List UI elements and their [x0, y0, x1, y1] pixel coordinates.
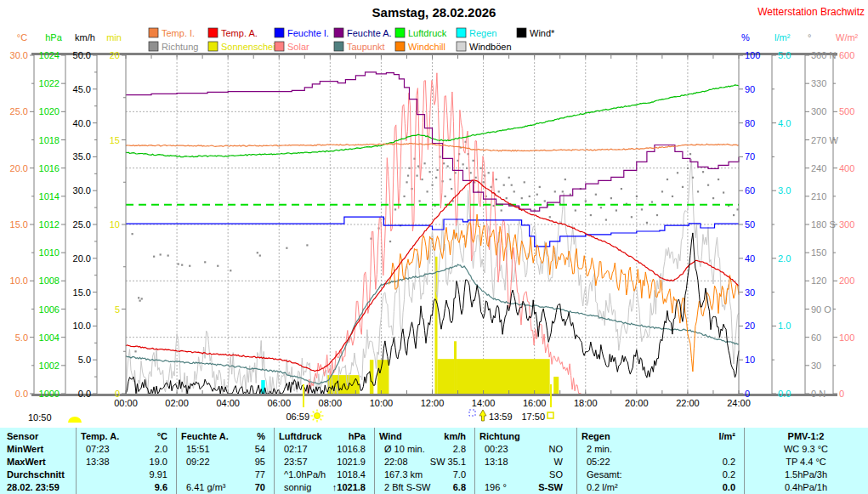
cell-value: 1021.9: [274, 456, 366, 468]
svg-text:180 S: 180 S: [811, 219, 836, 230]
cell-value: 1018.4: [274, 468, 366, 480]
axis-: %0102030405060708090100: [739, 32, 760, 399]
col-title-pmv: PMV-1:2: [744, 430, 868, 442]
svg-text:600: 600: [839, 50, 854, 60]
pmv-value: 0.4hPa/1h: [744, 481, 868, 493]
svg-text:1012: 1012: [39, 219, 60, 230]
svg-text:70: 70: [745, 151, 755, 162]
svg-text:40: 40: [745, 253, 755, 264]
svg-text:300: 300: [839, 219, 854, 230]
cell-value: 19.0: [76, 456, 167, 468]
svg-text:35.0: 35.0: [73, 151, 91, 162]
svg-text:04:00: 04:00: [216, 398, 240, 408]
legend-item-richtung: Richtung: [149, 42, 198, 52]
svg-text:10: 10: [110, 219, 120, 230]
svg-text:50: 50: [745, 219, 755, 230]
legend-swatch: [149, 42, 158, 51]
legend-swatch: [395, 42, 405, 51]
col-unit: °C: [76, 430, 167, 442]
legend-swatch: [149, 28, 158, 37]
svg-text:20: 20: [110, 50, 120, 60]
legend-item-luftdruck: Luftdruck: [395, 28, 447, 38]
moon-icon: [68, 417, 82, 423]
legend-swatch: [457, 28, 466, 37]
svg-text:0: 0: [839, 389, 844, 399]
legend-item-regen: Regen: [457, 28, 496, 38]
cell-value: 9.91: [76, 468, 167, 480]
legend-swatch: [208, 28, 218, 37]
svg-text:l/m²: l/m²: [774, 32, 791, 43]
svg-text:30.0: 30.0: [10, 50, 28, 60]
svg-text:60: 60: [811, 332, 821, 343]
weather-app-window: Samstag, 28.02.2026 Wetterstation Brachw…: [0, 0, 868, 494]
cell-value: NO: [474, 443, 563, 455]
grid-lines: [126, 55, 739, 394]
svg-text:hPa: hPa: [45, 32, 62, 43]
svg-text:1024: 1024: [39, 50, 60, 60]
svg-text:30: 30: [745, 287, 755, 298]
cell-value: 0.0: [576, 481, 735, 493]
svg-text:240: 240: [811, 163, 826, 173]
svg-text:500: 500: [839, 106, 854, 116]
svg-text:17:50: 17:50: [521, 412, 545, 422]
cell-value: 2.8: [374, 443, 466, 455]
svg-text:%: %: [741, 32, 750, 43]
cell-value: 6.8: [374, 481, 466, 493]
svg-text:20.0: 20.0: [73, 253, 91, 264]
svg-text:06:59: 06:59: [286, 412, 309, 422]
svg-text:min: min: [106, 32, 122, 43]
legend-item-solar: Solar: [275, 42, 309, 52]
legend-item-windb-en: Windböen: [457, 42, 512, 52]
svg-text:1010: 1010: [39, 247, 60, 258]
cell-value: ↑1021.8: [274, 481, 366, 493]
legend-item-feuchte-a-: Feuchte A.: [334, 28, 392, 38]
svg-text:1014: 1014: [39, 191, 60, 202]
svg-text:1008: 1008: [39, 275, 60, 286]
axes: 00:0002:0004:0006:0008:0010:0012:0014:00…: [31, 53, 837, 408]
cell-value: SO: [474, 468, 563, 480]
pmv-value: 1.5hPa/3h: [744, 468, 868, 480]
svg-text:0: 0: [745, 389, 750, 399]
svg-text:40.0: 40.0: [73, 118, 91, 128]
marker-icon: [469, 410, 475, 416]
legend-swatch: [517, 28, 526, 37]
legend-item-sonnenschein: Sonnenschein: [208, 42, 281, 52]
row-label: MaxWert: [7, 456, 46, 468]
svg-text:150: 150: [811, 247, 826, 258]
svg-text:5.0: 5.0: [15, 332, 28, 343]
svg-text:330: 330: [811, 78, 826, 88]
svg-text:20:00: 20:00: [625, 398, 649, 408]
legend-swatch: [208, 42, 218, 51]
svg-text:5.0: 5.0: [78, 355, 91, 365]
cell-value: 0.2: [576, 468, 735, 480]
svg-text:00:00: 00:00: [114, 398, 138, 408]
svg-text:25.0: 25.0: [10, 106, 28, 116]
sunrise-icon: [311, 410, 324, 423]
weather-chart: 00:0002:0004:0006:0008:0010:0012:0014:00…: [0, 0, 868, 428]
svg-text:16:00: 16:00: [523, 398, 547, 408]
svg-text:02:00: 02:00: [165, 398, 189, 408]
svg-text:1002: 1002: [39, 361, 60, 371]
svg-text:°C: °C: [17, 32, 27, 43]
cell-value: 77: [176, 468, 265, 480]
legend-item-feuchte-i-: Feuchte I.: [275, 28, 329, 38]
cell-value: 9.6: [76, 481, 167, 493]
svg-text:60: 60: [745, 185, 755, 196]
pmv-value: WC 9.3 °C: [744, 443, 868, 455]
svg-text:20.0: 20.0: [10, 163, 28, 173]
svg-text:210: 210: [811, 191, 826, 202]
svg-text:20: 20: [745, 321, 755, 331]
svg-text:Temp. A.: Temp. A.: [221, 28, 258, 38]
svg-text:Feuchte I.: Feuchte I.: [287, 28, 329, 38]
cell-value: 1016.8: [274, 443, 366, 455]
svg-text:km/h: km/h: [75, 32, 95, 43]
cell-time: 2 min.: [587, 443, 612, 455]
svg-text:W/m²: W/m²: [836, 32, 859, 43]
pmv-value: TP 4.4 °C: [744, 456, 868, 468]
svg-text:0 N: 0 N: [811, 389, 825, 399]
svg-text:100: 100: [745, 50, 760, 60]
svg-text:1016: 1016: [39, 163, 60, 173]
svg-text:Richtung: Richtung: [162, 42, 198, 52]
cell-value: 54: [176, 443, 265, 455]
svg-text:200: 200: [839, 275, 854, 286]
